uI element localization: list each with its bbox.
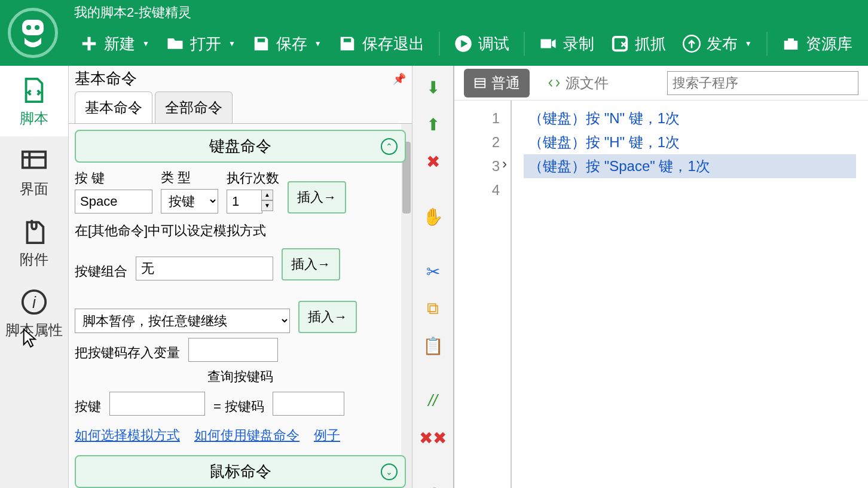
- scrollbar[interactable]: [401, 124, 412, 488]
- type-select[interactable]: 按键: [161, 189, 218, 214]
- label-type: 类 型: [161, 169, 218, 187]
- combo-input[interactable]: [136, 257, 273, 280]
- pause-select[interactable]: 脚本暂停，按任意键继续: [75, 309, 290, 333]
- combo-label: 按键组合: [75, 263, 127, 280]
- comment-icon[interactable]: //: [423, 391, 442, 410]
- label-count: 执行次数: [227, 169, 279, 187]
- tab-basic-commands[interactable]: 基本命令: [75, 92, 152, 123]
- save-button[interactable]: 保存▼: [246, 29, 328, 59]
- side-rail: 脚本 界面 附件 i 脚本属性: [0, 66, 69, 488]
- q-eq-label: = 按键码: [213, 398, 264, 416]
- rail-props-label: 脚本属性: [5, 321, 63, 340]
- search-subroutine-input[interactable]: [667, 71, 858, 95]
- publish-button[interactable]: 发布▼: [677, 29, 758, 59]
- save-exit-button[interactable]: 保存退出: [332, 29, 430, 59]
- line-number: 1: [465, 106, 500, 130]
- rail-ui-label: 界面: [20, 179, 48, 199]
- tab-all-commands[interactable]: 全部命令: [155, 92, 233, 123]
- svg-rect-9: [475, 78, 485, 87]
- insert-combo-button[interactable]: 插入→: [282, 248, 340, 280]
- editor-toolstrip: ⬇ ⬆ ✖ ✋ ✂ ⧉ 📋 // ✖✖ ↶: [412, 66, 454, 488]
- resource-button[interactable]: 资源库: [776, 29, 858, 59]
- delete-icon[interactable]: ✖: [423, 152, 442, 171]
- toolbar-separator: [766, 32, 768, 56]
- main-toolbar: 新建▼ 打开▼ 保存▼ 保存退出 调试 录制: [66, 22, 868, 66]
- titlebar: 我的脚本2-按键精灵 新建▼ 打开▼ 保存▼ 保存退出 调试: [0, 0, 868, 66]
- save-icon: [252, 35, 270, 53]
- code-line[interactable]: （键盘）按 "H" 键，1次: [524, 130, 856, 154]
- paste-icon[interactable]: 📋: [423, 336, 442, 355]
- grab-button[interactable]: 抓抓: [605, 29, 672, 59]
- view-normal-button[interactable]: 普通: [464, 69, 530, 97]
- chevron-down-icon: ⌄: [381, 463, 398, 480]
- publish-label: 发布: [707, 33, 738, 54]
- grab-label: 抓抓: [635, 33, 666, 54]
- count-up[interactable]: ▲: [261, 190, 273, 200]
- grab-icon: [611, 35, 629, 53]
- line-number: 4: [465, 178, 500, 202]
- plus-icon: [80, 35, 98, 53]
- publish-icon: [683, 35, 701, 53]
- code-icon: [548, 77, 561, 90]
- section-keyboard[interactable]: 键盘命令 ⌃: [75, 130, 406, 163]
- editor: 普通 源文件 1 2 3 4 › （键盘）按 "N" 键，1次 （键盘）按 "H…: [454, 66, 868, 488]
- robot-logo-icon: [16, 16, 50, 50]
- record-button[interactable]: 录制: [533, 29, 600, 59]
- open-button[interactable]: 打开▼: [160, 29, 242, 59]
- pin-icon[interactable]: 📌: [393, 72, 406, 86]
- rail-props[interactable]: i 脚本属性: [0, 277, 68, 348]
- editor-topbar: 普通 源文件: [454, 66, 868, 100]
- code-lines[interactable]: › （键盘）按 "N" 键，1次 （键盘）按 "H" 键，1次 （键盘）按 "S…: [512, 100, 868, 488]
- undo-icon[interactable]: ↶: [423, 483, 442, 488]
- new-button[interactable]: 新建▼: [74, 29, 155, 59]
- key-input[interactable]: [75, 190, 152, 214]
- script-icon: [20, 77, 48, 104]
- section-mouse[interactable]: 鼠标命令 ⌄: [75, 455, 406, 488]
- save-exit-label: 保存退出: [362, 33, 424, 54]
- svg-text:i: i: [32, 294, 36, 312]
- arrow-down-icon[interactable]: ⬇: [423, 78, 442, 97]
- line-number: 2: [465, 130, 500, 154]
- ui-icon: [20, 147, 48, 175]
- query-label: 查询按键码: [75, 368, 406, 386]
- rail-attach-label: 附件: [20, 250, 48, 269]
- briefcase-icon: [782, 35, 800, 53]
- save-label: 保存: [276, 33, 307, 54]
- debug-label: 调试: [478, 33, 509, 54]
- insert-key-button[interactable]: 插入→: [288, 181, 346, 214]
- hand-icon[interactable]: ✋: [423, 207, 442, 226]
- uncomment-icon[interactable]: ✖✖: [423, 428, 442, 447]
- svg-rect-0: [22, 20, 44, 35]
- view-source-button[interactable]: 源文件: [538, 69, 618, 97]
- camera-icon: [539, 35, 557, 53]
- attachment-icon: [20, 218, 48, 245]
- view-normal-label: 普通: [491, 74, 520, 93]
- count-down[interactable]: ▼: [261, 200, 273, 211]
- code-area[interactable]: 1 2 3 4 › （键盘）按 "N" 键，1次 （键盘）按 "H" 键，1次 …: [454, 100, 868, 488]
- code-line[interactable]: （键盘）按 "N" 键，1次: [524, 106, 856, 130]
- query-key-input[interactable]: [109, 392, 205, 416]
- query-code-input[interactable]: [273, 392, 344, 416]
- toolbar-separator: [439, 32, 440, 56]
- link-use-keyboard[interactable]: 如何使用键盘命令: [194, 426, 299, 444]
- rail-attach[interactable]: 附件: [0, 207, 68, 277]
- copy-icon[interactable]: ⧉: [423, 299, 442, 318]
- label-key: 按 键: [75, 169, 152, 187]
- arrow-up-icon[interactable]: ⬆: [423, 115, 442, 134]
- app-menu-button[interactable]: [0, 0, 66, 66]
- code-line-selected[interactable]: （键盘）按 "Space" 键，1次: [524, 154, 856, 178]
- store-var-input[interactable]: [188, 338, 278, 362]
- link-sim-mode[interactable]: 如何选择模拟方式: [75, 426, 180, 444]
- debug-button[interactable]: 调试: [448, 29, 515, 59]
- rail-ui[interactable]: 界面: [0, 136, 68, 207]
- link-example[interactable]: 例子: [314, 426, 340, 444]
- resource-label: 资源库: [806, 33, 852, 54]
- count-input[interactable]: [227, 190, 262, 214]
- svg-rect-6: [23, 152, 45, 168]
- insert-pause-button[interactable]: 插入→: [298, 301, 357, 333]
- line-number: 3: [465, 154, 500, 178]
- section-mouse-label: 鼠标命令: [209, 462, 271, 480]
- rail-script[interactable]: 脚本: [0, 66, 68, 136]
- cut-icon[interactable]: ✂: [423, 262, 442, 281]
- cursor-marker-icon: ›: [502, 152, 507, 176]
